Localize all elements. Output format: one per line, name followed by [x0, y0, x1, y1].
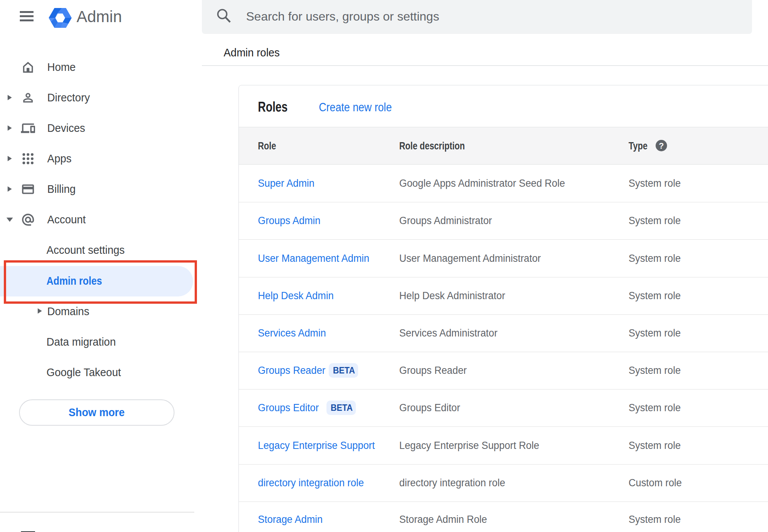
svg-text:?: ? — [659, 141, 664, 151]
